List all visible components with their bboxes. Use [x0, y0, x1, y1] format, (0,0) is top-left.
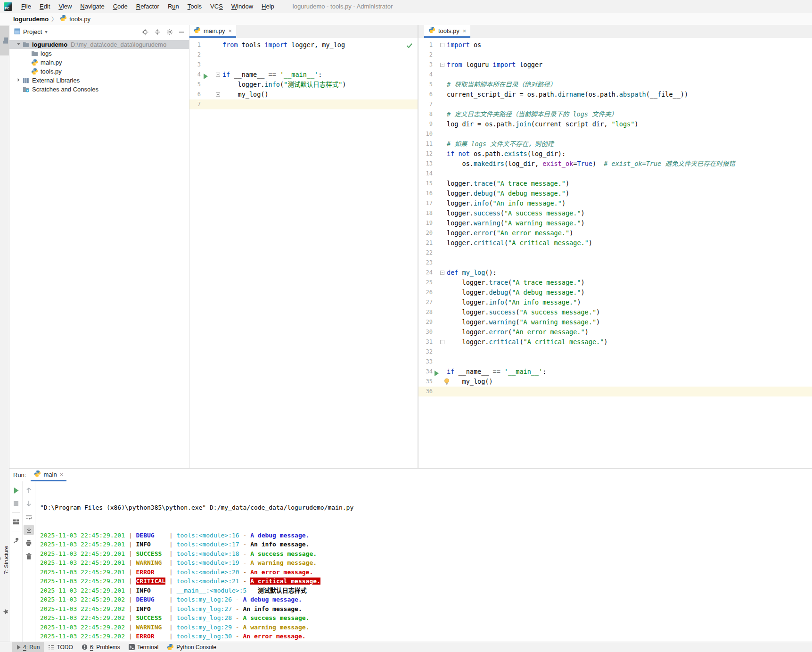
code-text[interactable] [443, 258, 812, 268]
code-text[interactable]: if not os.path.exists(log_dir): [443, 149, 812, 159]
code-text[interactable]: logger.warning("A warning message.") [443, 317, 812, 327]
code-text[interactable]: logger.info("An info message.") [443, 297, 812, 307]
run-console-output[interactable]: "D:\Program Files (x86)\python385\python… [35, 481, 812, 642]
menu-window[interactable]: Window [227, 1, 257, 11]
tree-item-external-libraries[interactable]: External Libraries [9, 76, 189, 85]
fold-marker-icon[interactable] [440, 63, 444, 67]
code-text[interactable]: current_script_dir = os.path.dirname(os.… [443, 90, 812, 99]
menu-refactor[interactable]: Refactor [132, 1, 164, 11]
menu-vcs[interactable]: VCS [206, 1, 227, 11]
clear-console-icon[interactable] [24, 551, 34, 561]
tree-item-logs[interactable]: logs [9, 49, 189, 58]
breadcrumb-file[interactable]: tools.py [60, 15, 90, 23]
code-text[interactable] [443, 357, 812, 367]
editor-main-body[interactable]: 1from tools import logger, my_log234if _… [189, 38, 418, 468]
code-text[interactable] [443, 347, 812, 357]
inspections-ok-icon[interactable] [406, 41, 413, 50]
code-text[interactable]: from tools import logger, my_log [219, 40, 418, 50]
code-text[interactable] [443, 50, 812, 60]
tree-item-scratches-and-consoles[interactable]: Scratches and Consoles [9, 85, 189, 94]
code-text[interactable]: from loguru import logger [443, 60, 812, 70]
chevron-right-icon[interactable] [14, 78, 23, 83]
code-text[interactable]: # 如果 logs 文件夹不存在，则创建 [443, 139, 812, 149]
code-text[interactable]: logger.error("An error message.") [443, 327, 812, 337]
project-panel-title[interactable]: Project [23, 28, 42, 35]
code-text[interactable] [443, 387, 812, 396]
tab-tools-py[interactable]: tools.py × [424, 25, 470, 38]
code-text[interactable]: my_log() [219, 90, 418, 99]
code-text[interactable] [443, 248, 812, 258]
code-text[interactable]: logger.debug("A debug message.") [443, 189, 812, 198]
fold-marker-icon[interactable] [440, 43, 444, 47]
tab-main-py[interactable]: main.py × [189, 25, 236, 38]
fold-marker-icon[interactable] [216, 73, 220, 77]
stripe-tab-project[interactable]: 1: Project [0, 26, 9, 56]
menu-edit[interactable]: Edit [35, 1, 54, 11]
code-text[interactable]: # 获取当前脚本所在目录（绝对路径） [443, 80, 812, 90]
close-icon[interactable]: × [463, 27, 467, 34]
stop-icon[interactable] [11, 498, 21, 509]
menu-run[interactable]: Run [164, 1, 183, 11]
code-text[interactable]: if __name__ == '__main__': [443, 367, 812, 377]
scroll-to-end-icon[interactable] [24, 525, 34, 535]
code-text[interactable]: log_dir = os.path.join(current_script_di… [443, 119, 812, 129]
breadcrumb-project[interactable]: logurudemo [13, 16, 49, 23]
stripe-tab-favorites[interactable]: 2: Favorites [0, 594, 9, 629]
menu-view[interactable]: View [54, 1, 76, 11]
menu-help[interactable]: Help [257, 1, 279, 11]
hide-icon[interactable] [179, 29, 184, 35]
code-text[interactable] [443, 70, 812, 80]
statusbar-python-console[interactable]: Python Console [163, 642, 221, 652]
fold-marker-icon[interactable] [440, 340, 444, 344]
fold-marker-icon[interactable] [440, 271, 444, 275]
run-tab-main[interactable]: main × [31, 469, 66, 481]
menu-code[interactable]: Code [109, 1, 132, 11]
code-text[interactable]: logger.error("An error message.") [443, 228, 812, 238]
code-text[interactable]: import os [443, 40, 812, 50]
menu-navigate[interactable]: Navigate [76, 1, 108, 11]
code-text[interactable]: if __name__ == '__main__': [219, 70, 418, 80]
tree-item-main-py[interactable]: main.py [9, 58, 189, 67]
fold-marker-icon[interactable] [216, 92, 220, 97]
code-text[interactable]: logger.trace("A trace message.") [443, 278, 812, 288]
code-text[interactable]: # 定义日志文件夹路径（当前脚本目录下的 logs 文件夹） [443, 109, 812, 119]
pin-icon[interactable] [11, 535, 21, 545]
rerun-icon[interactable] [11, 485, 21, 495]
soft-wrap-icon[interactable] [24, 512, 34, 522]
down-stack-trace-icon[interactable] [24, 498, 34, 509]
settings-icon[interactable] [166, 29, 173, 35]
statusbar-terminal[interactable]: Terminal [124, 642, 163, 652]
statusbar-4-run[interactable]: 4: Run [12, 642, 44, 652]
code-text[interactable]: os.makedirs(log_dir, exist_ok=True) # ex… [443, 159, 812, 169]
code-text[interactable]: logger.debug("A debug message.") [443, 288, 812, 297]
collapse-all-icon[interactable] [154, 29, 161, 35]
tree-item-logurudemo[interactable]: logurudemoD:\my_data\code_data\logurudem… [9, 40, 189, 49]
code-text[interactable] [443, 129, 812, 139]
editor-tools-body[interactable]: 1import os23from loguru import logger45#… [418, 38, 812, 468]
tree-item-tools-py[interactable]: tools.py [9, 67, 189, 76]
chevron-down-icon[interactable] [14, 42, 23, 47]
locate-icon[interactable] [142, 29, 148, 35]
code-text[interactable]: logger.success("A success message.") [443, 307, 812, 317]
code-text[interactable]: logger.info("测试默认日志样式") [219, 80, 418, 90]
print-icon[interactable] [24, 538, 34, 548]
chevron-down-icon[interactable]: ▾ [45, 29, 47, 34]
stripe-tab-structure[interactable]: 7: Structure [0, 543, 9, 577]
code-text[interactable]: logger.trace("A trace message.") [443, 179, 812, 189]
code-text[interactable]: def my_log(): [443, 268, 812, 278]
code-text[interactable]: logger.warning("A warning message.") [443, 218, 812, 228]
code-text[interactable] [219, 50, 418, 60]
code-text[interactable]: logger.critical("A critical message.") [443, 337, 812, 347]
menu-tools[interactable]: Tools [183, 1, 206, 11]
code-text[interactable]: logger.success("A success message.") [443, 208, 812, 218]
statusbar-6-problems[interactable]: 6: Problems [77, 642, 124, 652]
code-text[interactable]: my_log() [443, 377, 812, 387]
up-stack-trace-icon[interactable] [24, 485, 34, 495]
restore-layout-icon[interactable] [11, 517, 21, 527]
code-text[interactable] [443, 99, 812, 109]
code-text[interactable]: logger.info("An info message.") [443, 198, 812, 208]
code-text[interactable] [219, 60, 418, 70]
statusbar-todo[interactable]: TODO [44, 642, 77, 652]
code-text[interactable] [219, 99, 418, 109]
code-text[interactable] [443, 169, 812, 179]
